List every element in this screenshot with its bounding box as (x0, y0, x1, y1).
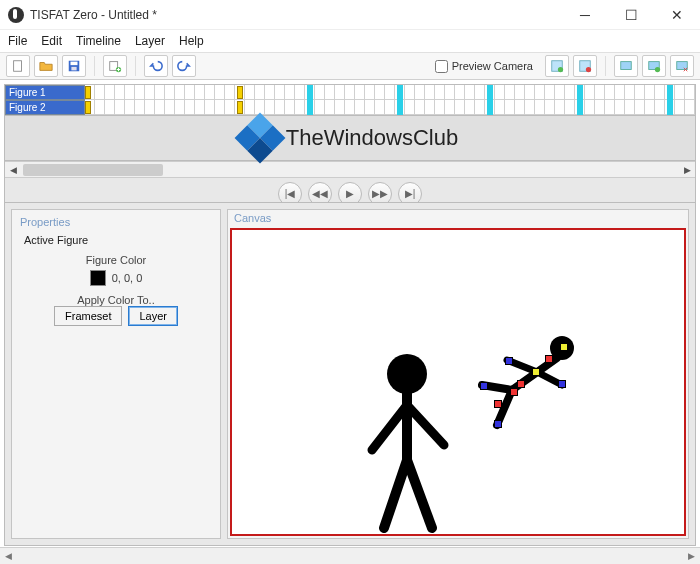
active-figure-label: Active Figure (24, 234, 208, 246)
edit-node[interactable] (510, 388, 518, 396)
menu-edit[interactable]: Edit (41, 34, 62, 48)
edit-node[interactable] (494, 400, 502, 408)
timeline-row-1[interactable] (85, 85, 695, 100)
workspace: Properties Active Figure Figure Color 0,… (4, 202, 696, 546)
svg-line-19 (407, 460, 432, 528)
scroll-track[interactable] (21, 162, 679, 178)
scroll-right-icon[interactable]: ▶ (679, 162, 695, 178)
edit-node[interactable] (505, 357, 513, 365)
svg-rect-13 (677, 62, 688, 70)
screen-b-button[interactable] (642, 55, 666, 77)
toolbar-separator (605, 56, 606, 76)
toolbar-separator (135, 56, 136, 76)
scroll-left-icon[interactable]: ◀ (0, 548, 17, 564)
keyframe[interactable] (85, 101, 91, 114)
keyframe[interactable] (85, 86, 91, 99)
edit-node[interactable] (517, 380, 525, 388)
svg-rect-0 (14, 61, 22, 72)
edit-node[interactable] (545, 355, 553, 363)
preview-camera-input[interactable] (435, 60, 448, 73)
color-value: 0, 0, 0 (112, 272, 143, 284)
apply-color-label: Apply Color To.. (24, 294, 208, 306)
properties-panel: Properties Active Figure Figure Color 0,… (11, 209, 221, 539)
svg-rect-3 (71, 67, 76, 71)
layer-label-2[interactable]: Figure 2 (5, 100, 85, 115)
scroll-track[interactable] (17, 548, 683, 564)
window-controls: ─ ☐ ✕ (562, 0, 700, 30)
layer-label-1[interactable]: Figure 1 (5, 85, 85, 100)
watermark-text: TheWindowsClub (286, 125, 458, 151)
menu-layer[interactable]: Layer (135, 34, 165, 48)
stick-figure-1[interactable] (352, 350, 462, 536)
svg-rect-2 (71, 62, 78, 66)
preview-camera-checkbox[interactable]: Preview Camera (435, 60, 533, 73)
canvas-panel: Canvas (227, 209, 689, 539)
undo-button[interactable] (144, 55, 168, 77)
open-button[interactable] (34, 55, 58, 77)
svg-point-12 (655, 67, 660, 72)
playhead-marker[interactable] (577, 85, 583, 115)
watermark-band: TheWindowsClub (5, 115, 695, 161)
timeline-row-2[interactable] (85, 100, 695, 115)
close-button[interactable]: ✕ (654, 0, 700, 30)
playhead-marker[interactable] (667, 85, 673, 115)
timeline-scrollbar[interactable]: ◀ ▶ (5, 161, 695, 177)
watermark-logo (234, 113, 285, 164)
menu-timeline[interactable]: Timeline (76, 34, 121, 48)
timeline-grid[interactable]: Figure 1 Figure 2 (5, 85, 695, 115)
color-row: 0, 0, 0 (24, 270, 208, 286)
layer-labels: Figure 1 Figure 2 (5, 85, 85, 115)
remove-object-button[interactable] (573, 55, 597, 77)
color-swatch[interactable] (90, 270, 106, 286)
add-frame-button[interactable] (103, 55, 127, 77)
svg-line-16 (372, 405, 407, 450)
svg-point-9 (586, 67, 591, 72)
playhead-marker[interactable] (307, 85, 313, 115)
edit-node[interactable] (480, 382, 488, 390)
minimize-button[interactable]: ─ (562, 0, 608, 30)
canvas-title: Canvas (228, 210, 688, 226)
svg-point-7 (558, 67, 563, 72)
app-icon (8, 7, 24, 23)
playhead-marker[interactable] (487, 85, 493, 115)
timeline-frames[interactable] (85, 85, 695, 115)
redo-button[interactable] (172, 55, 196, 77)
frameset-button[interactable]: Frameset (54, 306, 122, 326)
playhead-marker[interactable] (397, 85, 403, 115)
scroll-thumb[interactable] (23, 164, 163, 176)
figure-color-label: Figure Color (24, 254, 208, 266)
svg-line-18 (384, 460, 407, 528)
add-object-button[interactable] (545, 55, 569, 77)
edit-node[interactable] (494, 420, 502, 428)
maximize-button[interactable]: ☐ (608, 0, 654, 30)
window-title: TISFAT Zero - Untitled * (30, 8, 562, 22)
toolbar: Preview Camera (0, 52, 700, 80)
preview-camera-label: Preview Camera (452, 60, 533, 72)
svg-rect-10 (621, 62, 632, 70)
properties-title: Properties (16, 214, 216, 230)
scroll-right-icon[interactable]: ▶ (683, 548, 700, 564)
window-horizontal-scrollbar[interactable]: ◀ ▶ (0, 547, 700, 564)
menu-bar: File Edit Timeline Layer Help (0, 30, 700, 52)
toolbar-separator (94, 56, 95, 76)
new-file-button[interactable] (6, 55, 30, 77)
keyframe[interactable] (237, 86, 243, 99)
scroll-left-icon[interactable]: ◀ (5, 162, 21, 178)
edit-node[interactable] (558, 380, 566, 388)
edit-node[interactable] (532, 368, 540, 376)
screen-a-button[interactable] (614, 55, 638, 77)
svg-line-17 (407, 405, 444, 445)
layer-button[interactable]: Layer (128, 306, 178, 326)
title-bar: TISFAT Zero - Untitled * ─ ☐ ✕ (0, 0, 700, 30)
canvas[interactable] (230, 228, 686, 536)
save-button[interactable] (62, 55, 86, 77)
menu-file[interactable]: File (8, 34, 27, 48)
timeline-panel: Figure 1 Figure 2 TheWindowsClub ◀ ▶ (4, 84, 696, 210)
screen-c-button[interactable] (670, 55, 694, 77)
edit-node[interactable] (560, 343, 568, 351)
keyframe[interactable] (237, 101, 243, 114)
menu-help[interactable]: Help (179, 34, 204, 48)
